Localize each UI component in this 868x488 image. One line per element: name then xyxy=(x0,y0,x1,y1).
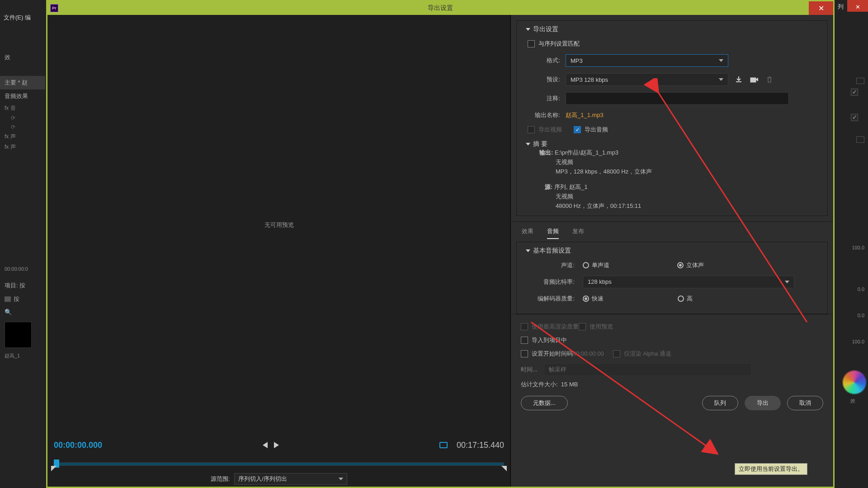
alpha-only-checkbox xyxy=(613,350,620,357)
bg-audio-fx: 音频效果 xyxy=(0,89,45,103)
queue-button[interactable]: 队列 xyxy=(702,396,738,410)
export-settings-dialog: Pr 导出设置 ✕ 无可用预览 00:00:00.000 00:17:15.44… xyxy=(46,0,835,488)
preset-label: 预设: xyxy=(526,75,560,84)
comment-input[interactable] xyxy=(566,92,789,105)
delete-preset-icon xyxy=(764,75,774,84)
high-radio[interactable]: 高 xyxy=(678,295,693,303)
left-background-panel: 效 主要 * 赵 音频效果 fx 音 ⟳ ⟳ fx 声 fx 声 00:00:0… xyxy=(0,25,45,488)
timecode-start[interactable]: 00:00:00.000 xyxy=(54,441,102,450)
tab-audio[interactable]: 音频 xyxy=(547,227,559,239)
bg-project: 项目: 按 xyxy=(0,279,45,292)
preset-select[interactable]: MP3 128 kbps xyxy=(566,73,728,86)
bg-folder: 按 xyxy=(0,292,45,306)
preview-panel: 无可用预览 00:00:00.000 00:17:15.440 xyxy=(47,15,511,487)
tab-publish[interactable]: 发布 xyxy=(572,227,584,239)
stereo-radio[interactable]: 立体声 xyxy=(677,261,704,269)
format-label: 格式: xyxy=(526,56,560,65)
premiere-icon: Pr xyxy=(50,4,58,12)
import-project-label: 导入到项目中 xyxy=(532,336,567,344)
settings-panel: 导出设置 与序列设置匹配 格式: MP3 预设: MP3 128 kb xyxy=(511,15,833,487)
twisty-icon xyxy=(526,143,530,145)
aspect-ratio-icon[interactable] xyxy=(439,442,448,448)
bg-thumb-label: 赵高_1 xyxy=(0,352,45,360)
bottom-options: 使用最高渲染质量 使用预览 导入到项目中 设置开始时间码 00:00:00:00… xyxy=(511,314,833,416)
right-background-panel: 100.0 0.0 0.0 100.0 效 xyxy=(841,25,868,488)
export-audio-label: 导出音频 xyxy=(585,126,608,134)
time-interpolation-select: 帧采样 xyxy=(544,363,752,376)
import-preset-icon[interactable] xyxy=(749,75,759,84)
dialog-title: 导出设置 xyxy=(428,4,453,12)
match-sequence-label: 与序列设置匹配 xyxy=(538,40,580,48)
export-audio-checkbox[interactable] xyxy=(574,126,581,133)
summary-header[interactable]: 摘 要 xyxy=(526,140,818,148)
estimated-size: 估计文件大小: 15 MB xyxy=(521,380,823,389)
in-point-handle[interactable] xyxy=(51,466,57,471)
out-point-handle[interactable] xyxy=(501,466,507,471)
output-name-label: 输出名称: xyxy=(526,111,560,119)
source-range-select[interactable]: 序列切入/序列切出 xyxy=(234,473,347,485)
bg-fx1: fx 音 xyxy=(0,103,45,113)
use-preview-checkbox xyxy=(579,323,586,330)
format-value: MP3 xyxy=(571,57,583,64)
chevron-down-icon xyxy=(785,281,789,283)
format-select[interactable]: MP3 xyxy=(566,54,728,67)
svg-rect-0 xyxy=(750,78,756,82)
bg-check1 xyxy=(851,89,858,96)
source-range-label: 源范围: xyxy=(211,475,230,483)
bg-thumbnail xyxy=(5,322,32,348)
bitrate-value: 128 kbps xyxy=(588,278,612,285)
set-start-tc-label: 设置开始时间码 xyxy=(532,350,573,358)
time-interpolation-label: 时间... xyxy=(521,366,538,374)
bg-check2 xyxy=(851,114,858,121)
summary-source: 源: 序列, 赵高_1 无视频 48000 Hz，立体声，00:17:15:11 xyxy=(526,183,818,211)
export-video-label: 导出视频 xyxy=(538,126,562,134)
quality-label: 编解码器质量: xyxy=(526,295,575,303)
chevron-down-icon xyxy=(339,478,343,480)
source-range-value: 序列切入/序列切出 xyxy=(238,475,287,483)
basic-audio-header[interactable]: 基本音频设置 xyxy=(526,247,818,255)
step-back-icon[interactable] xyxy=(263,442,268,448)
bg-num2: 0.0 xyxy=(841,286,868,292)
bitrate-label: 音频比特率: xyxy=(526,278,575,286)
import-project-checkbox[interactable] xyxy=(521,337,528,344)
no-preview-label: 无可用预览 xyxy=(264,221,294,229)
bg-fx3: fx 声 xyxy=(0,142,45,152)
menu-file[interactable]: 文件(E) 编 xyxy=(4,14,31,21)
twisty-icon xyxy=(526,249,530,252)
range-slider[interactable] xyxy=(54,458,504,471)
comment-label: 注释: xyxy=(526,94,560,103)
settings-tabs: 效果 音频 发布 xyxy=(511,221,833,239)
tab-effects[interactable]: 效果 xyxy=(522,227,533,239)
export-settings-header[interactable]: 导出设置 xyxy=(526,25,818,33)
mono-radio[interactable]: 单声道 xyxy=(583,261,609,269)
match-sequence-checkbox[interactable] xyxy=(528,40,535,47)
chevron-down-icon xyxy=(719,59,723,62)
bg-tab-effects: 效 xyxy=(0,51,45,64)
set-start-tc-checkbox[interactable] xyxy=(521,350,528,357)
max-render-checkbox xyxy=(521,323,528,330)
summary-output: 输出: E:\pr作品\赵高_1_1.mp3 无视频 MP3，128 kbps，… xyxy=(526,148,818,176)
bg-num1: 100.0 xyxy=(841,245,868,250)
close-button[interactable]: ✕ xyxy=(809,1,833,15)
bitrate-select[interactable]: 128 kbps xyxy=(583,276,794,288)
bg-num5: 效 xyxy=(841,398,868,404)
export-video-checkbox xyxy=(528,126,535,133)
metadata-button[interactable]: 元数据... xyxy=(521,396,568,410)
bg-fx2: fx 声 xyxy=(0,131,45,142)
cancel-button[interactable]: 取消 xyxy=(787,396,823,410)
step-forward-icon[interactable] xyxy=(274,442,279,448)
preset-value: MP3 128 kbps xyxy=(571,76,608,83)
step-controls xyxy=(263,442,279,448)
twisty-icon xyxy=(526,28,530,31)
export-button[interactable]: 导出 xyxy=(745,396,781,410)
output-name-link[interactable]: 赵高_1_1.mp3 xyxy=(566,111,604,119)
export-tooltip: 立即使用当前设置导出。 xyxy=(735,463,807,475)
bg-num4: 100.0 xyxy=(841,339,868,344)
bg-primary-label: 主要 * 赵 xyxy=(0,76,45,89)
chevron-down-icon xyxy=(719,78,723,81)
timecode-end: 00:17:15.440 xyxy=(457,441,504,450)
channel-label: 声道: xyxy=(526,261,575,269)
save-preset-icon[interactable] xyxy=(734,75,744,84)
fast-radio[interactable]: 快速 xyxy=(583,295,604,303)
preview-canvas: 无可用预览 xyxy=(47,15,510,435)
